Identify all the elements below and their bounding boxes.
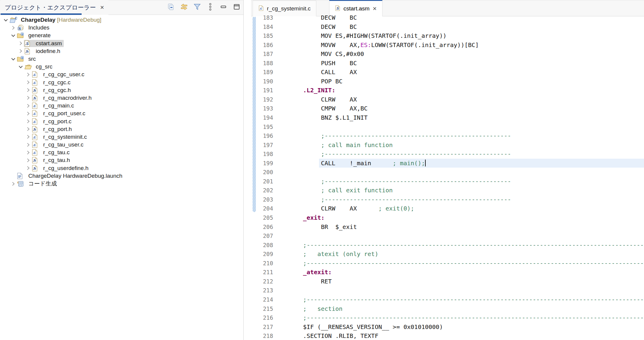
tree-item-r_cg_tau.h[interactable]: .hr_cg_tau.h xyxy=(0,156,243,164)
code-line-210[interactable]: ;---------------------------------------… xyxy=(274,260,644,267)
tree-item-cstart.asm[interactable]: .Scstart.asm xyxy=(0,40,243,47)
chevron-right-icon[interactable] xyxy=(10,183,16,185)
chevron-right-icon[interactable] xyxy=(25,128,31,130)
asm-file-icon: .S xyxy=(24,40,33,47)
minimize-button[interactable] xyxy=(218,2,228,13)
tree-item-src[interactable]: csrc xyxy=(0,55,243,63)
chevron-right-icon[interactable] xyxy=(25,159,31,162)
code-line-197[interactable]: ; call main function xyxy=(274,141,393,149)
tree-item-ChargeDelay[interactable]: CChargeDelay [HardwareDebug] xyxy=(0,16,243,24)
chevron-right-icon[interactable] xyxy=(25,144,31,146)
tree-item-Includes[interactable]: hIncludes xyxy=(0,24,243,32)
code-line-217[interactable]: $IF (__RENESAS_VERSION__ >= 0x01010000) xyxy=(274,323,443,330)
code-line-188[interactable]: PUSH BC xyxy=(274,60,357,67)
code-line-205[interactable]: _exit: xyxy=(274,214,325,221)
active-view-underline xyxy=(1,13,82,15)
tree-item-r_cg_port_user.c[interactable]: .cr_cg_port_user.c xyxy=(0,110,243,117)
code-line-190[interactable]: POP BC xyxy=(274,78,343,85)
tree-item-cg_src[interactable]: cg_src xyxy=(0,63,243,71)
asm-file-icon: .S xyxy=(335,5,340,12)
chevron-down-icon[interactable] xyxy=(10,58,16,60)
chevron-right-icon[interactable] xyxy=(25,105,31,107)
tree-item-r_cg_macrodriver.h[interactable]: .hr_cg_macrodriver.h xyxy=(0,94,243,102)
code-line-192[interactable]: CLRW AX xyxy=(274,96,357,103)
tree-item-r_cg_cgc.h[interactable]: .hr_cg_cgc.h xyxy=(0,86,243,94)
chevron-right-icon[interactable] xyxy=(10,26,16,29)
code-line-206[interactable]: BR $_exit xyxy=(274,223,357,230)
code-line-196[interactable]: ;---------------------------------------… xyxy=(274,132,511,139)
project-tree: CChargeDelay [HardwareDebug]hIncludescge… xyxy=(0,15,243,340)
tree-item-r_cg_cgc_user.c[interactable]: .cr_cg_cgc_user.c xyxy=(0,71,243,78)
code-line-209[interactable]: ; atexit (only ret) xyxy=(274,250,378,258)
chevron-right-icon[interactable] xyxy=(25,120,31,123)
filter-icon xyxy=(193,3,201,12)
chevron-right-icon[interactable] xyxy=(17,42,24,45)
code-line-198[interactable]: ;---------------------------------------… xyxy=(274,150,511,157)
chevron-down-icon[interactable] xyxy=(17,66,24,68)
code-line-189[interactable]: CALL AX xyxy=(274,68,357,76)
tree-item-r_cg_tau.c[interactable]: .cr_cg_tau.c xyxy=(0,149,243,156)
code-line-186[interactable]: MOVW AX,ES:LOWW(STARTOF(.init_array))[BC… xyxy=(274,41,479,49)
tree-item-iodefine.h[interactable]: .hiodefine.h xyxy=(0,47,243,55)
includes-icon: h xyxy=(17,24,26,31)
code-line-208[interactable]: ;---------------------------------------… xyxy=(274,241,644,249)
filter-button[interactable] xyxy=(192,2,202,13)
tree-item-label: コード生成 xyxy=(28,180,57,188)
tree-item-r_cg_cgc.c[interactable]: .cr_cg_cgc.c xyxy=(0,79,243,86)
code-line-194[interactable]: BNZ $.L1_INIT xyxy=(274,114,368,121)
quick-diff-change-bar xyxy=(253,17,256,212)
code-line-185[interactable]: MOV ES,#HIGHW(STARTOF(.init_array)) xyxy=(274,32,447,39)
tree-item-generate[interactable]: cgenerate xyxy=(0,32,243,39)
tree-item-r_cg_port.c[interactable]: .cr_cg_port.c xyxy=(0,117,243,125)
close-icon[interactable]: ✕ xyxy=(100,5,104,10)
tree-item-r_cg_tau_user.c[interactable]: .cr_cg_tau_user.c xyxy=(0,141,243,149)
close-icon[interactable]: ✕ xyxy=(373,6,377,11)
code-line-201[interactable]: ;---------------------------------------… xyxy=(274,178,511,185)
tab-project-explorer[interactable]: プロジェクト・エクスプローラー ✕ xyxy=(1,0,108,15)
chevron-right-icon[interactable] xyxy=(17,50,24,52)
collapse-all-button[interactable] xyxy=(166,2,176,13)
c-folder-icon: c xyxy=(17,32,26,38)
line-number-ruler[interactable]: 183 184 185 186 187 188 189 190 191 192 … xyxy=(256,13,273,340)
code-line-212[interactable]: RET xyxy=(274,278,332,285)
chevron-down-icon[interactable] xyxy=(2,19,9,21)
link-with-editor-button[interactable] xyxy=(179,2,189,13)
chevron-right-icon[interactable] xyxy=(25,151,31,154)
code-line-193[interactable]: CMPW AX,BC xyxy=(274,105,368,112)
chevron-right-icon[interactable] xyxy=(25,112,31,115)
chevron-right-icon[interactable] xyxy=(25,89,31,91)
chevron-right-icon[interactable] xyxy=(25,73,31,76)
tree-item-ChargeDelay-HardwareDebug.launch[interactable]: ChargeDelay HardwareDebug.launch xyxy=(0,172,243,180)
tree-item-r_cg_systeminit.c[interactable]: .cr_cg_systeminit.c xyxy=(0,133,243,141)
chevron-right-icon[interactable] xyxy=(25,81,31,84)
maximize-button[interactable] xyxy=(231,2,242,13)
code-line-183[interactable]: DECW BC xyxy=(274,14,357,21)
chevron-right-icon[interactable] xyxy=(25,167,31,169)
code-line-215[interactable]: ; section xyxy=(274,305,343,312)
c-project-folder-icon: C xyxy=(10,17,18,23)
code-line-203[interactable]: ;---------------------------------------… xyxy=(274,196,511,203)
code-line-204[interactable]: CLRW AX ; exit(0); xyxy=(274,205,414,212)
code-line-187[interactable]: MOV CS,#0x00 xyxy=(274,50,364,57)
chevron-down-icon[interactable] xyxy=(10,35,16,36)
tree-item--[interactable]: cコード生成 xyxy=(0,180,243,188)
tree-item-r_cg_userdefine.h[interactable]: .hr_cg_userdefine.h xyxy=(0,164,243,172)
code-line-218[interactable]: .SECTION .RLIB, TEXTF xyxy=(274,332,378,339)
code-line-211[interactable]: _atexit: xyxy=(274,269,332,276)
code-text-area[interactable]: DECW BC DECW BC MOV ES,#HIGHW(STARTOF(.i… xyxy=(274,13,644,340)
code-line-214[interactable]: ;---------------------------------------… xyxy=(274,296,644,303)
chevron-right-icon[interactable] xyxy=(25,96,31,99)
code-line-184[interactable]: DECW BC xyxy=(274,23,357,30)
svg-text:.S: .S xyxy=(25,42,29,46)
code-line-202[interactable]: ; call exit function xyxy=(274,187,393,194)
svg-text:.S: .S xyxy=(336,7,339,10)
tree-item-r_cg_port.h[interactable]: .hr_cg_port.h xyxy=(0,125,243,133)
code-line-191[interactable]: .L2_INIT: xyxy=(274,87,335,94)
chevron-right-icon[interactable] xyxy=(25,135,31,138)
view-menu-button[interactable] xyxy=(205,2,215,13)
svg-text:.c: .c xyxy=(33,112,36,116)
tree-item-r_cg_main.c[interactable]: .cr_cg_main.c xyxy=(0,102,243,110)
code-line-216[interactable]: ;---------------------------------------… xyxy=(274,314,644,321)
tab-label: cstart.asm xyxy=(343,5,370,12)
code-line-199[interactable]: CALL !_main ; main(); xyxy=(274,160,426,167)
